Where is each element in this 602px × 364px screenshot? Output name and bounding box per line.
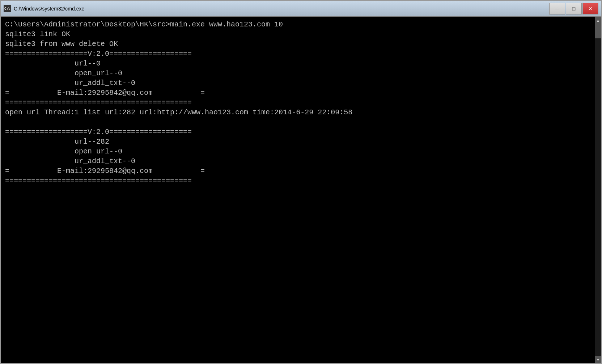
scrollbar-down-button[interactable]: ▼ [595, 356, 601, 363]
maximize-button[interactable]: □ [566, 3, 582, 14]
scrollbar-track[interactable] [595, 24, 601, 356]
title-bar: C:\ C:\Windows\system32\cmd.exe ─ □ ✕ [1, 1, 601, 17]
scrollbar-thumb[interactable] [595, 24, 601, 38]
scrollbar[interactable]: ▲ ▼ [595, 17, 601, 363]
minimize-button[interactable]: ─ [549, 3, 565, 14]
close-button[interactable]: ✕ [582, 3, 598, 14]
title-bar-text: C:\Windows\system32\cmd.exe [14, 6, 549, 12]
terminal-output: C:\Users\Administrator\Desktop\HK\src>ma… [5, 20, 597, 186]
cmd-window: C:\ C:\Windows\system32\cmd.exe ─ □ ✕ C:… [0, 0, 602, 364]
scrollbar-up-button[interactable]: ▲ [595, 17, 601, 24]
title-bar-buttons: ─ □ ✕ [549, 3, 598, 14]
cmd-icon: C:\ [4, 5, 11, 12]
terminal-body: C:\Users\Administrator\Desktop\HK\src>ma… [1, 17, 601, 363]
